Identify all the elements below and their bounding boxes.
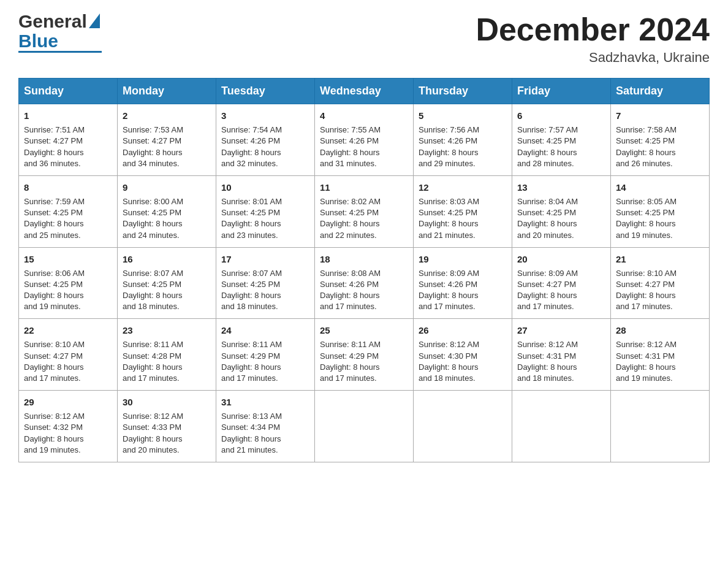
col-saturday: Saturday: [611, 79, 710, 104]
day-info: Sunrise: 8:10 AMSunset: 4:27 PMDaylight:…: [616, 269, 677, 312]
day-number: 10: [221, 181, 309, 194]
calendar-week-row: 15 Sunrise: 8:06 AMSunset: 4:25 PMDaylig…: [19, 247, 710, 319]
day-number: 13: [517, 181, 605, 194]
col-monday: Monday: [118, 79, 216, 104]
table-row: 18 Sunrise: 8:08 AMSunset: 4:26 PMDaylig…: [315, 247, 414, 319]
table-row: 17 Sunrise: 8:07 AMSunset: 4:25 PMDaylig…: [216, 247, 315, 319]
day-info: Sunrise: 8:08 AMSunset: 4:26 PMDaylight:…: [320, 269, 381, 312]
day-info: Sunrise: 7:57 AMSunset: 4:25 PMDaylight:…: [517, 125, 578, 168]
logo-general-text: General: [18, 12, 87, 31]
logo: General Blue: [18, 12, 102, 53]
day-number: 12: [419, 181, 507, 194]
day-info: Sunrise: 8:11 AMSunset: 4:29 PMDaylight:…: [320, 340, 381, 383]
day-info: Sunrise: 8:11 AMSunset: 4:28 PMDaylight:…: [123, 340, 183, 383]
day-info: Sunrise: 8:00 AMSunset: 4:25 PMDaylight:…: [123, 197, 183, 240]
table-row: 5 Sunrise: 7:56 AMSunset: 4:26 PMDayligh…: [414, 104, 512, 176]
table-row: 1 Sunrise: 7:51 AMSunset: 4:27 PMDayligh…: [19, 104, 118, 176]
table-row: [414, 391, 512, 462]
table-row: 23 Sunrise: 8:11 AMSunset: 4:28 PMDaylig…: [118, 319, 216, 391]
table-row: [611, 391, 710, 462]
day-number: 9: [123, 181, 211, 194]
day-info: Sunrise: 8:05 AMSunset: 4:25 PMDaylight:…: [616, 197, 677, 240]
day-info: Sunrise: 7:54 AMSunset: 4:26 PMDaylight:…: [221, 125, 282, 168]
table-row: 21 Sunrise: 8:10 AMSunset: 4:27 PMDaylig…: [611, 247, 710, 319]
table-row: 20 Sunrise: 8:09 AMSunset: 4:27 PMDaylig…: [512, 247, 611, 319]
col-friday: Friday: [512, 79, 611, 104]
location-subtitle: Sadzhavka, Ukraine: [476, 50, 710, 66]
calendar-week-row: 8 Sunrise: 7:59 AMSunset: 4:25 PMDayligh…: [19, 175, 710, 247]
day-number: 23: [123, 324, 211, 337]
day-number: 6: [517, 109, 605, 122]
day-info: Sunrise: 7:59 AMSunset: 4:25 PMDaylight:…: [24, 197, 85, 240]
day-info: Sunrise: 8:09 AMSunset: 4:27 PMDaylight:…: [517, 269, 578, 312]
day-number: 16: [123, 253, 211, 266]
day-number: 27: [517, 324, 605, 337]
day-number: 8: [24, 181, 112, 194]
table-row: 30 Sunrise: 8:12 AMSunset: 4:33 PMDaylig…: [118, 391, 216, 462]
day-info: Sunrise: 8:06 AMSunset: 4:25 PMDaylight:…: [24, 269, 85, 312]
table-row: 22 Sunrise: 8:10 AMSunset: 4:27 PMDaylig…: [19, 319, 118, 391]
day-info: Sunrise: 7:51 AMSunset: 4:27 PMDaylight:…: [24, 125, 85, 168]
day-info: Sunrise: 8:12 AMSunset: 4:30 PMDaylight:…: [419, 340, 479, 383]
table-row: 8 Sunrise: 7:59 AMSunset: 4:25 PMDayligh…: [19, 175, 118, 247]
table-row: 3 Sunrise: 7:54 AMSunset: 4:26 PMDayligh…: [216, 104, 315, 176]
day-info: Sunrise: 8:12 AMSunset: 4:31 PMDaylight:…: [517, 340, 578, 383]
col-sunday: Sunday: [19, 79, 118, 104]
table-row: 24 Sunrise: 8:11 AMSunset: 4:29 PMDaylig…: [216, 319, 315, 391]
table-row: 11 Sunrise: 8:02 AMSunset: 4:25 PMDaylig…: [315, 175, 414, 247]
table-row: 4 Sunrise: 7:55 AMSunset: 4:26 PMDayligh…: [315, 104, 414, 176]
month-year-title: December 2024: [476, 12, 710, 47]
table-row: 29 Sunrise: 8:12 AMSunset: 4:32 PMDaylig…: [19, 391, 118, 462]
table-row: 6 Sunrise: 7:57 AMSunset: 4:25 PMDayligh…: [512, 104, 611, 176]
day-number: 19: [419, 253, 507, 266]
title-area: December 2024 Sadzhavka, Ukraine: [476, 12, 710, 66]
day-info: Sunrise: 7:58 AMSunset: 4:25 PMDaylight:…: [616, 125, 677, 168]
svg-marker-0: [89, 13, 100, 28]
day-info: Sunrise: 8:12 AMSunset: 4:33 PMDaylight:…: [123, 412, 183, 454]
table-row: 19 Sunrise: 8:09 AMSunset: 4:26 PMDaylig…: [414, 247, 512, 319]
table-row: 14 Sunrise: 8:05 AMSunset: 4:25 PMDaylig…: [611, 175, 710, 247]
day-number: 7: [616, 109, 704, 122]
table-row: 9 Sunrise: 8:00 AMSunset: 4:25 PMDayligh…: [118, 175, 216, 247]
day-info: Sunrise: 8:02 AMSunset: 4:25 PMDaylight:…: [320, 197, 381, 240]
table-row: 12 Sunrise: 8:03 AMSunset: 4:25 PMDaylig…: [414, 175, 512, 247]
table-row: 13 Sunrise: 8:04 AMSunset: 4:25 PMDaylig…: [512, 175, 611, 247]
table-row: 16 Sunrise: 8:07 AMSunset: 4:25 PMDaylig…: [118, 247, 216, 319]
logo-triangle-icon: [89, 13, 100, 30]
logo-blue-text: Blue: [18, 31, 102, 53]
day-number: 21: [616, 253, 704, 266]
day-info: Sunrise: 8:07 AMSunset: 4:25 PMDaylight:…: [123, 269, 183, 312]
day-number: 14: [616, 181, 704, 194]
page-header: General Blue December 2024 Sadzhavka, Uk…: [18, 12, 710, 66]
day-info: Sunrise: 8:09 AMSunset: 4:26 PMDaylight:…: [419, 269, 479, 312]
day-number: 1: [24, 109, 112, 122]
calendar-table: Sunday Monday Tuesday Wednesday Thursday…: [18, 78, 710, 462]
table-row: 27 Sunrise: 8:12 AMSunset: 4:31 PMDaylig…: [512, 319, 611, 391]
day-info: Sunrise: 7:53 AMSunset: 4:27 PMDaylight:…: [123, 125, 183, 168]
day-info: Sunrise: 8:07 AMSunset: 4:25 PMDaylight:…: [221, 269, 282, 312]
day-number: 20: [517, 253, 605, 266]
day-number: 29: [24, 396, 112, 408]
day-info: Sunrise: 7:56 AMSunset: 4:26 PMDaylight:…: [419, 125, 479, 168]
table-row: [512, 391, 611, 462]
day-number: 4: [320, 109, 408, 122]
day-info: Sunrise: 8:12 AMSunset: 4:31 PMDaylight:…: [616, 340, 677, 383]
day-info: Sunrise: 8:11 AMSunset: 4:29 PMDaylight:…: [221, 340, 282, 383]
day-number: 22: [24, 324, 112, 337]
table-row: 2 Sunrise: 7:53 AMSunset: 4:27 PMDayligh…: [118, 104, 216, 176]
day-number: 24: [221, 324, 309, 337]
day-number: 18: [320, 253, 408, 266]
day-number: 25: [320, 324, 408, 337]
table-row: 25 Sunrise: 8:11 AMSunset: 4:29 PMDaylig…: [315, 319, 414, 391]
day-number: 5: [419, 109, 507, 122]
calendar-week-row: 22 Sunrise: 8:10 AMSunset: 4:27 PMDaylig…: [19, 319, 710, 391]
day-number: 26: [419, 324, 507, 337]
day-number: 2: [123, 109, 211, 122]
day-info: Sunrise: 8:03 AMSunset: 4:25 PMDaylight:…: [419, 197, 479, 240]
day-number: 3: [221, 109, 309, 122]
day-number: 28: [616, 324, 704, 337]
table-row: 28 Sunrise: 8:12 AMSunset: 4:31 PMDaylig…: [611, 319, 710, 391]
day-number: 15: [24, 253, 112, 266]
col-wednesday: Wednesday: [315, 79, 414, 104]
table-row: 26 Sunrise: 8:12 AMSunset: 4:30 PMDaylig…: [414, 319, 512, 391]
